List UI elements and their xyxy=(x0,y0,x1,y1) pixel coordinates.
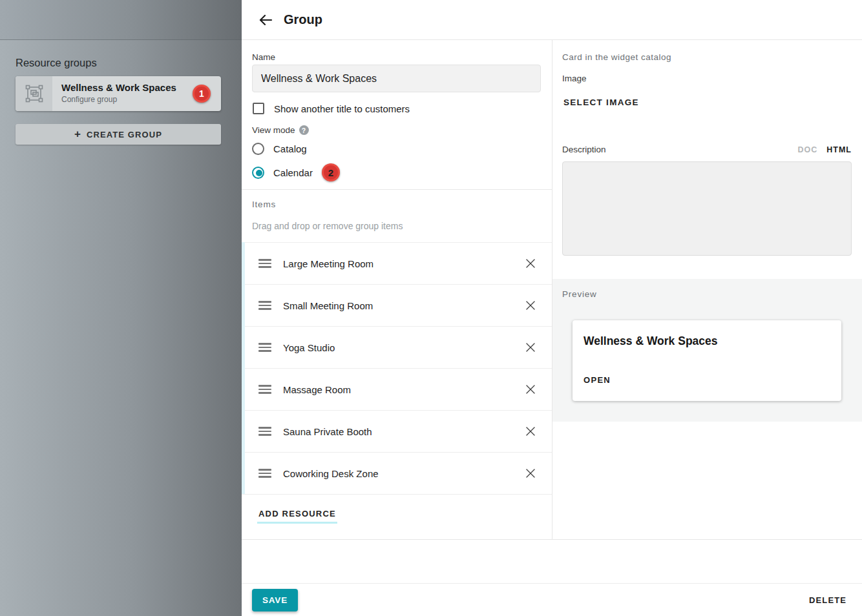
page-title: Group xyxy=(284,12,322,27)
view-mode-label: View mode xyxy=(252,125,295,135)
item-label: Sauna Private Booth xyxy=(283,426,372,437)
back-arrow-icon[interactable] xyxy=(258,12,273,28)
drag-handle-icon[interactable] xyxy=(258,343,271,352)
preview-section: Preview Wellness & Work Spaces OPEN xyxy=(552,279,862,422)
items-hint: Drag and drop or remove group items xyxy=(252,221,403,231)
content-bottom-divider xyxy=(242,539,862,540)
name-input[interactable] xyxy=(252,65,541,92)
radio-catalog[interactable]: Catalog xyxy=(252,143,307,155)
close-icon[interactable] xyxy=(525,426,536,437)
widget-catalog-label: Card in the widget catalog xyxy=(562,52,671,62)
radio-icon-selected xyxy=(252,167,264,179)
item-label: Coworking Desk Zone xyxy=(283,468,379,479)
close-icon[interactable] xyxy=(525,467,536,479)
item-label: Small Meeting Room xyxy=(283,300,373,311)
resource-groups-title: Resource groups xyxy=(16,57,97,69)
list-item: Small Meeting Room xyxy=(242,285,552,327)
group-card[interactable]: Wellness & Work Spaces Configure group 1 xyxy=(16,76,221,111)
items-label: Items xyxy=(252,200,276,209)
close-icon[interactable] xyxy=(525,300,536,311)
preview-label: Preview xyxy=(562,289,597,299)
checkbox-label: Show another title to customers xyxy=(274,103,410,114)
list-item: Yoga Studio xyxy=(242,327,552,369)
items-section-divider xyxy=(242,189,552,190)
item-label: Massage Room xyxy=(283,384,351,395)
dimmed-background: Resource groups Wellness & Work Spaces C… xyxy=(0,0,242,616)
step-badge-2: 2 xyxy=(322,163,340,181)
radio-catalog-label: Catalog xyxy=(273,143,307,154)
drawer-footer: SAVE DELETE xyxy=(242,583,862,616)
drag-handle-icon[interactable] xyxy=(258,259,271,268)
drag-handle-icon[interactable] xyxy=(258,427,271,436)
select-image-button[interactable]: SELECT IMAGE xyxy=(561,95,642,110)
close-icon[interactable] xyxy=(525,384,536,395)
drawer-header: Group xyxy=(242,0,862,40)
plus-icon: + xyxy=(74,128,81,139)
list-item: Coworking Desk Zone xyxy=(242,453,552,495)
view-mode-row: View mode ? xyxy=(252,125,309,135)
preview-open-button[interactable]: OPEN xyxy=(582,374,612,386)
preview-card: Wellness & Work Spaces OPEN xyxy=(573,320,841,401)
create-group-button[interactable]: + CREATE GROUP xyxy=(16,124,221,145)
delete-button[interactable]: DELETE xyxy=(809,595,846,605)
list-item: Large Meeting Room xyxy=(242,243,552,285)
radio-calendar[interactable]: Calendar 2 xyxy=(252,163,340,181)
items-accent-stripe xyxy=(242,242,245,494)
group-objects-icon xyxy=(16,76,52,111)
group-editor-drawer: Group Name Show another title to custome… xyxy=(242,0,862,616)
show-another-title-checkbox[interactable]: Show another title to customers xyxy=(253,103,410,114)
tab-doc[interactable]: DOC xyxy=(798,145,818,154)
close-icon[interactable] xyxy=(525,258,536,269)
preview-card-title: Wellness & Work Spaces xyxy=(583,334,718,348)
items-list: Large Meeting Room Small Meeting Room Yo… xyxy=(242,242,552,495)
description-header: Description DOC HTML xyxy=(562,145,852,154)
add-resource-button[interactable]: ADD RESOURCE xyxy=(257,509,337,524)
radio-icon-unselected xyxy=(252,143,264,155)
list-item: Massage Room xyxy=(242,369,552,411)
description-textarea[interactable] xyxy=(562,161,852,256)
close-icon[interactable] xyxy=(525,342,536,353)
drag-handle-icon[interactable] xyxy=(258,301,271,310)
image-label: Image xyxy=(562,74,587,83)
create-group-label: CREATE GROUP xyxy=(87,130,162,139)
background-topbar xyxy=(0,0,242,40)
step-badge-1: 1 xyxy=(193,85,211,103)
help-icon[interactable]: ? xyxy=(299,125,309,135)
checkbox-icon xyxy=(253,103,264,114)
name-label: Name xyxy=(252,52,275,62)
list-item: Sauna Private Booth xyxy=(242,411,552,453)
item-label: Large Meeting Room xyxy=(283,258,373,269)
tab-html[interactable]: HTML xyxy=(826,145,852,154)
radio-calendar-label: Calendar xyxy=(273,167,313,178)
description-label: Description xyxy=(562,145,606,154)
drag-handle-icon[interactable] xyxy=(258,469,271,478)
save-button[interactable]: SAVE xyxy=(252,589,298,611)
item-label: Yoga Studio xyxy=(283,342,335,353)
drag-handle-icon[interactable] xyxy=(258,385,271,394)
